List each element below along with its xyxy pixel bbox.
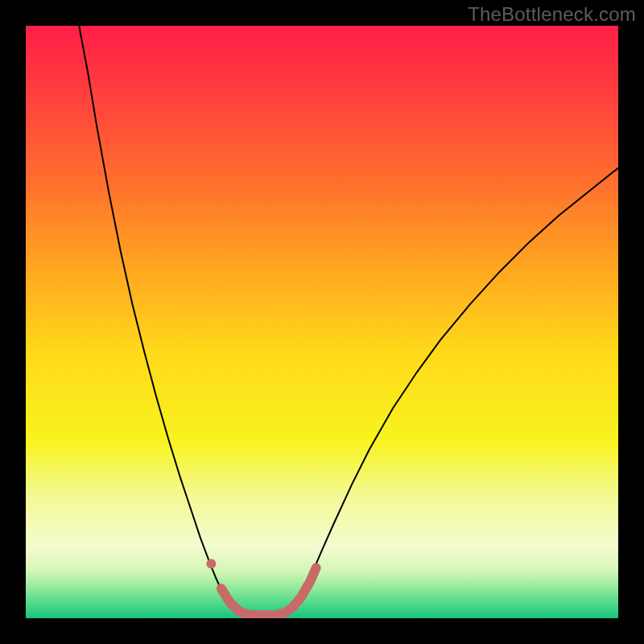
plot-area — [26, 26, 618, 618]
chart-svg — [26, 26, 618, 618]
watermark-text: TheBottleneck.com — [468, 3, 636, 26]
background-gradient — [26, 26, 618, 618]
chart-frame: TheBottleneck.com — [0, 0, 644, 644]
highlight-dot — [206, 559, 216, 568]
